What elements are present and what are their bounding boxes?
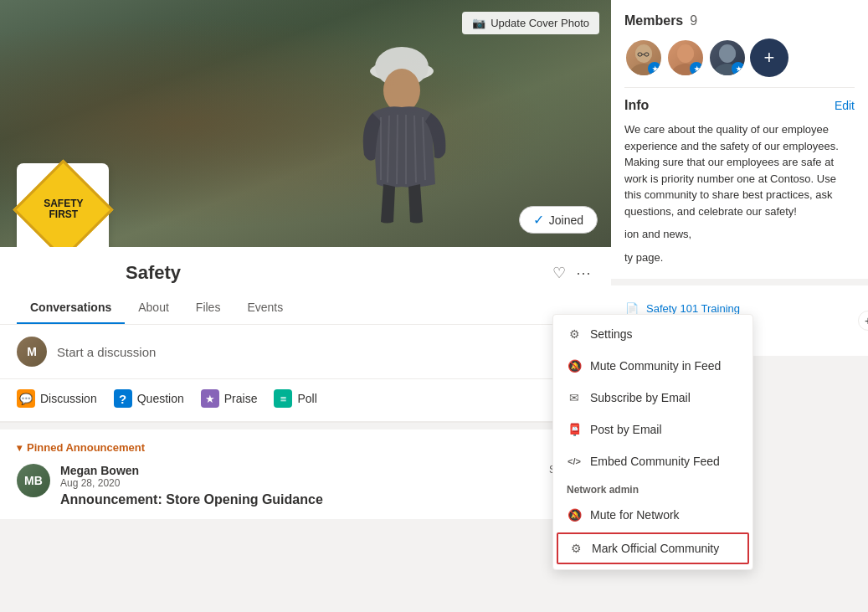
menu-item-embed-feed[interactable]: </> Embed Community Feed: [553, 445, 752, 477]
info-partial-1: ion and news,: [624, 226, 855, 243]
post-date: Aug 28, 2020: [60, 477, 539, 489]
menu-item-post-email[interactable]: 📮 Post by Email: [553, 414, 752, 445]
members-count: 9: [690, 13, 697, 28]
menu-item-mark-official[interactable]: ⚙ Mark Official Community: [557, 532, 749, 564]
current-user-avatar: M: [17, 337, 47, 367]
post-types-bar: 💬 Discussion ? Question ★ Praise ≡ Poll: [0, 379, 611, 422]
nav-tabs: Conversations About Files Events: [17, 292, 594, 324]
pinned-section: ▾ Pinned Announcement MB Megan Bowen Aug…: [0, 429, 611, 519]
mute-icon: 🔕: [567, 358, 582, 373]
checkmark-icon: ✓: [533, 212, 544, 228]
worker-figure: [326, 25, 477, 226]
embed-icon: </>: [567, 454, 582, 469]
cover-photo: 📷 Update Cover Photo SAFETY FIRST ✓ Join…: [0, 0, 611, 247]
info-partial-2: ty page.: [624, 249, 855, 266]
community-title: Safety: [126, 262, 181, 284]
joined-button[interactable]: ✓ Joined: [519, 206, 598, 234]
admin-badge-1: ★: [648, 62, 661, 75]
poll-button[interactable]: ≡ Poll: [274, 389, 316, 408]
poll-icon: ≡: [274, 389, 292, 408]
info-title: Info: [624, 98, 649, 113]
post-title[interactable]: Announcement: Store Opening Guidance: [60, 492, 539, 507]
members-section: Members 9 ★: [611, 0, 868, 279]
question-button[interactable]: ? Question: [114, 389, 184, 408]
praise-icon: ★: [201, 389, 219, 408]
official-icon: ⚙: [568, 541, 583, 556]
members-title: Members: [624, 13, 683, 28]
post-author-avatar: MB: [17, 464, 50, 497]
menu-item-mute-network[interactable]: 🔕 Mute for Network: [553, 499, 752, 531]
discussion-icon: 💬: [17, 389, 35, 408]
settings-icon: ⚙: [567, 327, 582, 342]
network-admin-label: Network admin: [553, 477, 752, 499]
email-icon: ✉: [567, 390, 582, 405]
tab-events[interactable]: Events: [234, 292, 296, 324]
community-logo: SAFETY FIRST: [17, 163, 109, 247]
tab-files[interactable]: Files: [182, 292, 234, 324]
svg-point-2: [383, 69, 420, 112]
mute-network-icon: 🔕: [567, 507, 582, 522]
add-member-button[interactable]: +: [750, 39, 788, 77]
edit-link[interactable]: Edit: [835, 99, 855, 112]
tab-conversations[interactable]: Conversations: [17, 292, 125, 324]
praise-button[interactable]: ★ Praise: [201, 389, 258, 408]
compose-placeholder[interactable]: Start a discussion: [57, 345, 156, 359]
member-avatar-1[interactable]: ★: [624, 39, 663, 77]
compose-box: M Start a discussion 💬 Discussion ? Ques…: [0, 325, 611, 423]
update-cover-photo-button[interactable]: 📷 Update Cover Photo: [462, 12, 599, 34]
menu-item-settings[interactable]: ⚙ Settings: [553, 318, 752, 350]
pinned-header[interactable]: ▾ Pinned Announcement: [17, 441, 594, 454]
tab-about[interactable]: About: [125, 292, 182, 324]
chevron-down-icon: ▾: [17, 442, 22, 454]
member-avatar-2[interactable]: ★: [666, 39, 705, 77]
admin-badge-2: ★: [690, 62, 703, 75]
compose-top: M Start a discussion: [0, 325, 611, 379]
info-description: We care about the quality of our employe…: [624, 121, 855, 219]
dropdown-menu: ⚙ Settings 🔕 Mute Community in Feed ✉ Su…: [552, 314, 753, 570]
member-avatar-3[interactable]: ★: [708, 39, 747, 77]
member-avatars: ★ ★ ★ +: [624, 39, 855, 77]
more-options-button[interactable]: ⋯: [573, 260, 594, 285]
admin-badge-3: ★: [732, 62, 745, 75]
pinned-post: MB Megan Bowen Aug 28, 2020 Announcement…: [17, 464, 594, 507]
post-email-icon: 📮: [567, 422, 582, 437]
discussion-button[interactable]: 💬 Discussion: [17, 389, 97, 408]
expand-sidebar-button[interactable]: +: [858, 311, 868, 331]
menu-item-mute-feed[interactable]: 🔕 Mute Community in Feed: [553, 350, 752, 382]
heart-icon[interactable]: ♡: [552, 264, 566, 282]
svg-point-14: [719, 45, 736, 62]
menu-item-subscribe-email[interactable]: ✉ Subscribe by Email: [553, 382, 752, 414]
pinned-label: Pinned Announcement: [27, 441, 145, 454]
question-icon: ?: [114, 389, 132, 408]
community-info-bar: Safety ♡ ⋯ Conversations About Files Eve…: [0, 247, 611, 325]
info-section: Info Edit We care about the quality of o…: [624, 98, 855, 265]
svg-point-11: [677, 45, 694, 62]
post-author-name: Megan Bowen: [60, 464, 539, 477]
camera-icon: 📷: [472, 17, 485, 29]
post-content: Megan Bowen Aug 28, 2020 Announcement: S…: [60, 464, 539, 507]
